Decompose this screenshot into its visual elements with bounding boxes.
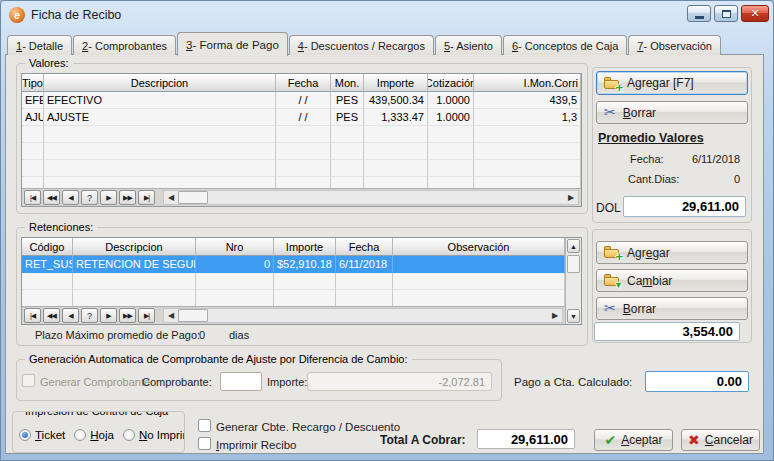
titlebar[interactable]: e Ficha de Recibo ✕	[1, 1, 773, 29]
column-header[interactable]: Tipo	[22, 74, 44, 92]
valores-agregar-label: Agregar [F7]	[627, 76, 694, 90]
nav-next-button[interactable]: ▶	[100, 190, 117, 205]
maximize-button[interactable]	[714, 5, 738, 22]
retenciones-vertical-scrollbar[interactable]: ▲ ▼	[565, 238, 581, 324]
cell	[274, 290, 336, 306]
valores-borrar-label: Borrar	[623, 106, 656, 120]
column-header[interactable]: Descripcion	[73, 238, 196, 256]
imprimir-recibo-checkbox[interactable]	[198, 437, 211, 450]
nav-previous-button[interactable]: ◀	[62, 308, 79, 323]
column-header[interactable]: Importe	[274, 238, 336, 256]
nav-last-button[interactable]: ▶|	[138, 190, 155, 205]
scroll-down-icon[interactable]: ▼	[567, 309, 580, 323]
comprobante-input[interactable]	[220, 372, 262, 391]
cell	[428, 126, 474, 143]
tab-3[interactable]: 3 - Forma de Pago	[177, 32, 288, 56]
table-row[interactable]: EFEEFECTIVO/ /PES439,500.341.0000439,5	[22, 92, 581, 109]
cant-dias-value: 0	[666, 173, 740, 185]
cell: 6/11/2018	[336, 256, 393, 273]
cell	[22, 273, 73, 290]
cell: 1,333.47	[364, 109, 428, 126]
tab-4[interactable]: 4 - Descuentos / Recargos	[289, 35, 434, 55]
valores-borrar-button[interactable]: ✂ Borrar	[596, 101, 748, 124]
generar-cbte-label: Generar Cbte. Recargo / Descuento	[216, 421, 400, 433]
radio-icon[interactable]	[74, 429, 86, 441]
cell: PES	[331, 109, 364, 126]
tab-5[interactable]: 5 - Asiento	[435, 35, 502, 55]
radio-icon[interactable]	[19, 429, 31, 441]
total-a-cobrar-field[interactable]: 29,611.00	[477, 429, 575, 449]
horizontal-scroll-thumb[interactable]	[178, 191, 208, 204]
nav-fast-rewind-button[interactable]: ◀◀	[43, 190, 60, 205]
scroll-up-icon[interactable]: ▲	[567, 239, 580, 253]
generar-comprobante-checkbox[interactable]	[22, 374, 35, 387]
scroll-right-icon[interactable]: ▶	[564, 193, 578, 202]
scroll-right-icon[interactable]: ▶	[548, 311, 562, 320]
horizontal-scroll-thumb[interactable]	[178, 309, 208, 322]
tab-6[interactable]: 6 - Conceptos de Caja	[503, 35, 627, 55]
scroll-left-icon[interactable]: ◀	[164, 193, 178, 202]
column-header[interactable]: Cotización	[428, 74, 474, 92]
plazo-label: Plazo Máximo promedio de Pago:	[35, 329, 200, 341]
horizontal-scrollbar[interactable]: ◀▶	[163, 308, 563, 323]
cell: EFECTIVO	[44, 92, 276, 109]
radio-option-hoja[interactable]: Hoja	[74, 429, 114, 441]
scroll-left-icon[interactable]: ◀	[164, 311, 178, 320]
dol-amount-field[interactable]: 29,611.00	[623, 196, 746, 217]
vertical-scroll-thumb[interactable]	[567, 255, 580, 273]
retenciones-agregar-button[interactable]: + Agregar	[596, 241, 748, 264]
table-row[interactable]: RET_SUSSRETENCION DE SEGURID0$52,910.186…	[22, 256, 565, 273]
retenciones-navigator: |◀◀◀◀?▶▶▶▶|◀▶	[22, 306, 565, 324]
column-header[interactable]: Importe	[364, 74, 428, 92]
close-button[interactable]: ✕	[741, 5, 769, 22]
nav-next-button[interactable]: ▶	[100, 308, 117, 323]
plazo-unit-label: dias	[229, 329, 249, 341]
generar-cbte-checkbox[interactable]	[198, 419, 211, 432]
table-row-empty	[22, 290, 565, 306]
retenciones-grid[interactable]: CódigoDescripcionNroImporteFechaObservac…	[21, 237, 582, 325]
window: e Ficha de Recibo ✕ 1 - Detalle2 - Compr…	[0, 0, 774, 461]
valores-agregar-button[interactable]: + Agregar [F7]	[596, 71, 748, 95]
radio-option-ticket[interactable]: Ticket	[19, 429, 65, 441]
cell	[393, 290, 565, 306]
radio-option-no-imprimir[interactable]: No Imprimir	[123, 429, 185, 441]
nav-fast-forward-button[interactable]: ▶▶	[119, 190, 136, 205]
nav-search-button[interactable]: ?	[81, 190, 98, 205]
horizontal-scrollbar[interactable]: ◀▶	[163, 190, 579, 205]
aceptar-button[interactable]: ✔ Aceptar	[594, 429, 673, 451]
tab-2[interactable]: 2 - Comprobantes	[73, 35, 176, 55]
valores-grid[interactable]: TipoDescripcionFechaMon.ImporteCotizació…	[21, 73, 582, 207]
nav-first-button[interactable]: |◀	[24, 308, 41, 323]
nav-fast-rewind-button[interactable]: ◀◀	[43, 308, 60, 323]
column-header[interactable]: I.Mon.Corri	[474, 74, 581, 92]
table-row[interactable]: AJUAJUSTE/ /PES1,333.471.00001,3	[22, 109, 581, 126]
check-icon: ✔	[604, 432, 616, 448]
cell	[274, 273, 336, 290]
nav-previous-button[interactable]: ◀	[62, 190, 79, 205]
importe-label: Importe:	[267, 376, 307, 388]
column-header[interactable]: Observación	[393, 238, 565, 256]
tab-7[interactable]: 7 - Observación	[628, 35, 721, 55]
minimize-button[interactable]	[687, 5, 711, 22]
retenciones-cambiar-button[interactable]: ▼ Cambiar	[596, 269, 748, 292]
column-header[interactable]: Nro	[196, 238, 274, 256]
nav-fast-forward-button[interactable]: ▶▶	[119, 308, 136, 323]
nav-last-button[interactable]: ▶|	[138, 308, 155, 323]
column-header[interactable]: Descripcion	[44, 74, 276, 92]
retenciones-borrar-button[interactable]: ✂ Borrar	[596, 297, 748, 320]
column-header[interactable]: Mon.	[331, 74, 364, 92]
nav-search-button[interactable]: ?	[81, 308, 98, 323]
radio-icon[interactable]	[123, 429, 135, 441]
pago-cta-field[interactable]: 0.00	[645, 371, 749, 392]
column-header[interactable]: Fecha	[336, 238, 393, 256]
column-header[interactable]: Código	[22, 238, 73, 256]
table-row-empty	[22, 177, 581, 188]
column-header[interactable]: Fecha	[276, 74, 331, 92]
retenciones-total-field[interactable]: 3,554.00	[594, 322, 740, 341]
cell	[22, 290, 73, 306]
impresion-group: Impresión de Control de Caja TicketHojaN…	[12, 411, 185, 453]
cell	[393, 273, 565, 290]
cancelar-button[interactable]: ✖ Cancelar	[681, 429, 760, 451]
tab-1[interactable]: 1 - Detalle	[7, 35, 72, 55]
nav-first-button[interactable]: |◀	[24, 190, 41, 205]
